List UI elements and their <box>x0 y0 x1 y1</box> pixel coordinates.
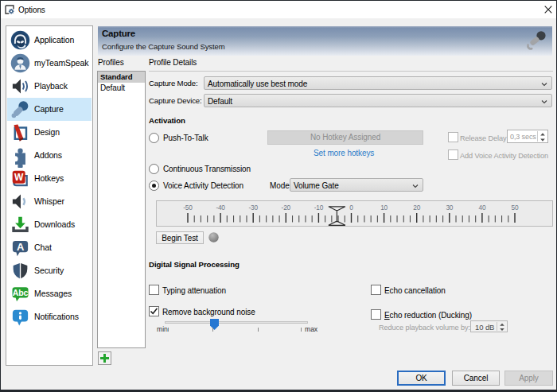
svg-text:0: 0 <box>349 204 353 212</box>
svg-text:-20: -20 <box>282 204 291 212</box>
svg-text:-50: -50 <box>183 204 193 212</box>
svg-text:40: 40 <box>478 204 485 212</box>
svg-text:-10: -10 <box>314 204 324 212</box>
svg-text:30: 30 <box>446 204 453 212</box>
svg-text:-30: -30 <box>248 204 258 212</box>
svg-text:10: 10 <box>380 204 388 212</box>
svg-text:W: W <box>14 172 24 183</box>
svg-text:50: 50 <box>512 204 519 212</box>
svg-text:Abc: Abc <box>13 288 29 297</box>
svg-text:A: A <box>17 241 25 253</box>
svg-text:20: 20 <box>413 204 420 212</box>
svg-text:-40: -40 <box>216 204 225 212</box>
